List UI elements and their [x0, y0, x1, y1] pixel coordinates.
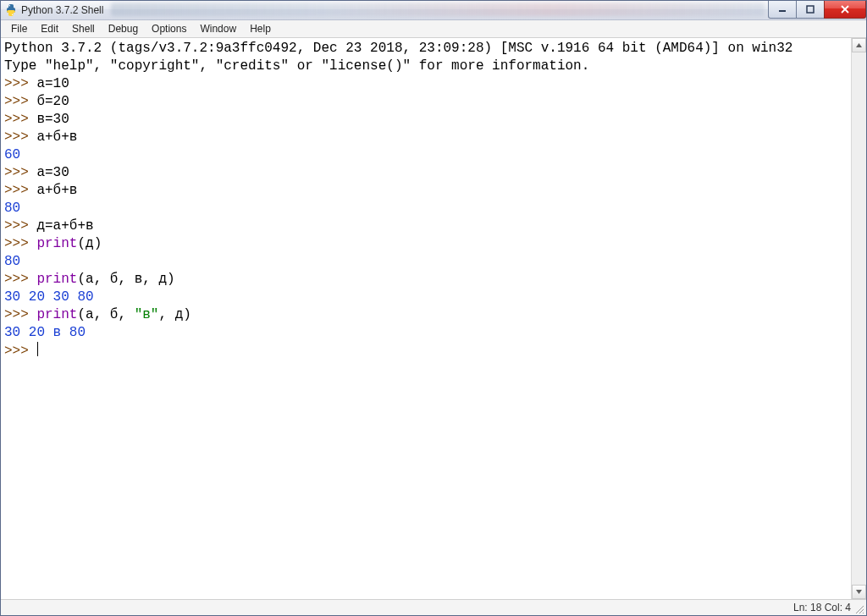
status-bar: Ln: 18 Col: 4 — [1, 599, 866, 615]
svg-marker-8 — [856, 43, 862, 47]
svg-line-12 — [863, 613, 864, 613]
editor-area: Python 3.7.2 (tags/v3.7.2:9a3ffc0492, De… — [1, 38, 866, 599]
svg-rect-4 — [779, 10, 786, 12]
close-button[interactable] — [824, 1, 866, 19]
maximize-button[interactable] — [796, 1, 825, 19]
banner-line: Python 3.7.2 (tags/v3.7.2:9a3ffc0492, De… — [4, 41, 792, 56]
input-line: (а, б, — [77, 307, 134, 322]
input-line: (а, б, в, д) — [77, 272, 174, 287]
svg-point-0 — [9, 5, 11, 7]
banner-line: Type "help", "copyright", "credits" or "… — [4, 58, 589, 74]
input-line: а+б+в — [36, 129, 77, 145]
menu-debug[interactable]: Debug — [102, 21, 145, 36]
shell-text[interactable]: Python 3.7.2 (tags/v3.7.2:9a3ffc0492, De… — [1, 38, 851, 599]
window-title: Python 3.7.2 Shell — [21, 4, 103, 16]
menu-bar: File Edit Shell Debug Options Window Hel… — [1, 20, 866, 38]
input-line: а=10 — [36, 76, 69, 91]
prompt: >>> — [4, 165, 36, 180]
prompt: >>> — [4, 236, 36, 251]
prompt: >>> — [4, 344, 36, 359]
vertical-scrollbar[interactable] — [851, 38, 866, 599]
window-controls — [769, 1, 866, 18]
svg-rect-3 — [7, 10, 15, 13]
app-window: Python 3.7.2 Shell File Edit Shell Debug… — [0, 0, 867, 616]
output-line: 30 20 в 80 — [4, 325, 86, 340]
output-line: 80 — [4, 254, 20, 269]
output-line: 60 — [4, 147, 20, 162]
minimize-icon — [778, 5, 787, 14]
menu-help[interactable]: Help — [243, 21, 278, 36]
minimize-button[interactable] — [768, 1, 797, 19]
input-line: а=30 — [36, 165, 69, 180]
cursor-position: Ln: 18 Col: 4 — [793, 602, 851, 613]
input-line: д=а+б+в — [36, 218, 93, 234]
resize-grip-icon[interactable] — [854, 604, 864, 614]
builtin: print — [36, 272, 77, 287]
maximize-icon — [806, 5, 815, 14]
scroll-down-button[interactable] — [852, 585, 866, 599]
prompt: >>> — [4, 307, 36, 322]
chevron-up-icon — [855, 41, 863, 49]
menu-options[interactable]: Options — [145, 21, 193, 36]
titlebar-blur-decor — [111, 3, 765, 16]
text-cursor — [37, 342, 38, 356]
prompt: >>> — [4, 112, 36, 127]
menu-window[interactable]: Window — [193, 21, 243, 36]
scroll-track[interactable] — [852, 52, 866, 585]
svg-point-1 — [12, 14, 14, 16]
scroll-up-button[interactable] — [852, 38, 866, 52]
builtin: print — [36, 236, 77, 251]
title-bar[interactable]: Python 3.7.2 Shell — [1, 1, 866, 20]
menu-edit[interactable]: Edit — [34, 21, 65, 36]
input-line: а+б+в — [36, 183, 77, 198]
prompt: >>> — [4, 272, 36, 287]
output-line: 80 — [4, 201, 20, 216]
output-line: 30 20 30 80 — [4, 289, 94, 305]
prompt: >>> — [4, 218, 36, 234]
prompt: >>> — [4, 129, 36, 145]
svg-marker-9 — [856, 590, 862, 594]
input-line: в=30 — [36, 112, 69, 127]
input-line: б=20 — [36, 94, 69, 109]
builtin: print — [36, 307, 77, 322]
input-line: (д) — [77, 236, 102, 251]
prompt: >>> — [4, 76, 36, 91]
menu-shell[interactable]: Shell — [65, 21, 102, 36]
menu-file[interactable]: File — [4, 21, 34, 36]
prompt: >>> — [4, 94, 36, 109]
input-line: , д) — [158, 307, 191, 322]
svg-rect-5 — [807, 6, 814, 13]
python-icon — [4, 3, 18, 17]
string-literal: "в" — [135, 307, 159, 322]
chevron-down-icon — [855, 588, 863, 596]
prompt: >>> — [4, 183, 36, 198]
svg-line-10 — [856, 606, 864, 613]
close-icon — [840, 5, 850, 14]
